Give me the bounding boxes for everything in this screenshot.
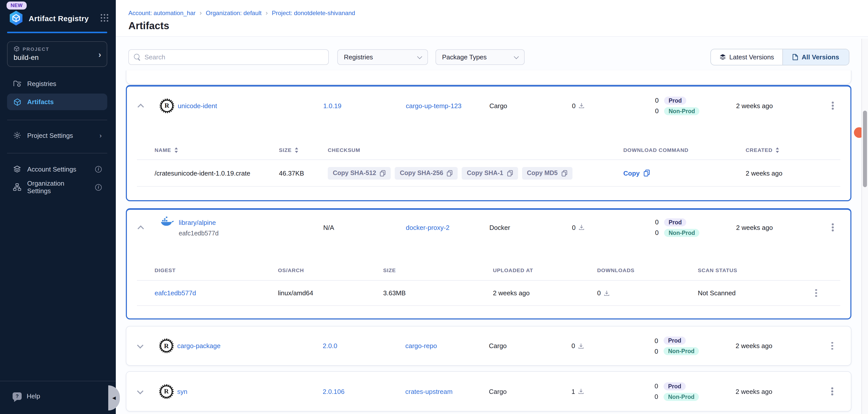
sidebar-item-label: Account Settings	[27, 165, 76, 173]
artifact-name-link[interactable]: syn	[177, 388, 187, 395]
artifact-version-link[interactable]: 2.0.106	[323, 388, 405, 395]
copy-sha1-button[interactable]: Copy SHA-1	[462, 167, 518, 179]
package-type: Cargo	[489, 342, 571, 350]
sidebar-item-artifacts[interactable]: Artifacts	[7, 94, 107, 110]
help-button[interactable]: ? Help	[12, 392, 40, 400]
registries-folder-icon	[12, 80, 22, 87]
download-icon	[578, 388, 584, 394]
non-prod-count: 0	[654, 347, 663, 355]
sidebar-item-account-settings[interactable]: Account Settings i	[7, 161, 107, 177]
table-divider	[137, 305, 840, 306]
artifact-version-link[interactable]: 1.0.19	[323, 102, 406, 109]
copy-icon	[643, 170, 650, 177]
sidebar: NEW Artifact Registry PROJECT build-en ›	[0, 0, 116, 414]
copy-sha512-button[interactable]: Copy SHA-512	[328, 167, 391, 179]
help-label: Help	[27, 392, 40, 400]
uploaded-at: 2 weeks ago	[493, 289, 597, 297]
project-selector[interactable]: PROJECT build-en ›	[7, 41, 107, 67]
non-prod-count: 0	[654, 393, 663, 401]
chip-label: Copy MD5	[527, 170, 558, 177]
column-header: DOWNLOAD COMMAND	[623, 147, 688, 153]
chevron-right-icon: ›	[98, 50, 101, 60]
sort-icon[interactable]	[776, 147, 780, 153]
non-prod-badge: Non-Prod	[663, 392, 699, 401]
org-chart-gear-icon	[12, 183, 22, 191]
info-icon[interactable]: i	[95, 166, 102, 172]
chip-label: Copy SHA-1	[467, 170, 503, 177]
expand-row-chevron-down-icon[interactable]	[137, 388, 143, 394]
artifact-name-link[interactable]: unicode-ident	[178, 102, 217, 109]
artifact-row: R cargo-package 2.0.0 cargo-repo Cargo 0…	[126, 326, 851, 365]
artifact-repository-link[interactable]: docker-proxy-2	[406, 223, 489, 231]
docker-whale-icon	[161, 216, 174, 227]
app-title: Artifact Registry	[29, 14, 89, 23]
sidebar-item-organization-settings[interactable]: Organization Settings i	[7, 179, 107, 195]
digest-link[interactable]: eafc1edb577d	[155, 289, 278, 297]
column-header[interactable]: NAME	[155, 147, 171, 153]
collapse-row-chevron-up-icon[interactable]	[137, 104, 144, 110]
artifact-row: R unicode-ident 1.0.19 cargo-up-temp-123…	[127, 87, 850, 125]
artifact-repository-link[interactable]: cargo-repo	[405, 342, 489, 350]
artifact-card-unicode-ident: R unicode-ident 1.0.19 cargo-up-temp-123…	[126, 85, 851, 201]
downloads-count: 1	[571, 388, 575, 395]
artifact-card-partial	[126, 70, 851, 84]
prod-badge: Prod	[663, 382, 686, 390]
row-menu-kebab-icon[interactable]	[811, 287, 822, 299]
artifact-repository-link[interactable]: crates-upstream	[405, 388, 489, 395]
sidebar-item-label: Artifacts	[27, 98, 54, 106]
non-prod-badge: Non-Prod	[664, 229, 700, 237]
collapse-row-chevron-up-icon[interactable]	[137, 226, 144, 232]
copy-sha256-button[interactable]: Copy SHA-256	[395, 167, 458, 179]
sidebar-item-registries[interactable]: Registries	[7, 75, 107, 92]
expand-row-chevron-down-icon[interactable]	[137, 342, 143, 348]
column-header: UPLOADED AT	[493, 267, 533, 273]
layers-gear-icon	[12, 165, 22, 173]
scrollbar-thumb[interactable]	[863, 111, 867, 187]
cargo-rust-logo-icon: R	[161, 99, 173, 112]
non-prod-badge: Non-Prod	[663, 347, 699, 355]
gear-icon	[12, 131, 22, 139]
brand: Artifact Registry	[8, 10, 109, 26]
artifact-repository-link[interactable]: cargo-up-temp-123	[406, 102, 489, 109]
copy-md5-button[interactable]: Copy MD5	[522, 167, 572, 179]
sidebar-divider	[0, 381, 116, 381]
row-menu-kebab-icon[interactable]	[827, 340, 838, 351]
downloads-count: 0	[572, 223, 576, 231]
digest-row: eafc1edb577d linux/amd64 3.63MB 2 weeks …	[127, 281, 850, 305]
created-ago: 2 weeks ago	[736, 342, 826, 350]
prod-count: 0	[654, 382, 663, 390]
info-icon[interactable]: i	[95, 184, 102, 191]
os-arch: linux/amd64	[278, 289, 383, 297]
file-name: /cratesunicode-ident-1.0.19.crate	[155, 169, 279, 177]
downloads-count: 0	[572, 102, 576, 109]
sidebar-item-project-settings[interactable]: Project Settings ›	[7, 127, 107, 143]
artifact-registry-logo-icon	[8, 10, 24, 26]
row-menu-kebab-icon[interactable]	[827, 100, 838, 111]
downloads-count: 0	[597, 289, 601, 297]
copy-download-command-button[interactable]: Copy	[623, 169, 746, 177]
column-header[interactable]: SIZE	[279, 147, 291, 153]
brand-underline	[7, 32, 107, 33]
chevron-right-icon: ›	[99, 132, 102, 139]
main-content: Account: automation_har › Organization: …	[116, 0, 868, 414]
download-icon	[579, 103, 585, 109]
copy-icon	[561, 170, 567, 176]
artifact-version: N/A	[323, 223, 406, 231]
row-menu-kebab-icon[interactable]	[827, 222, 838, 233]
artifact-version-link[interactable]: 2.0.0	[323, 342, 405, 350]
copy-icon	[380, 170, 386, 176]
row-menu-kebab-icon[interactable]	[827, 386, 838, 397]
sort-icon[interactable]	[174, 147, 178, 153]
table-divider	[137, 186, 840, 186]
column-header[interactable]: CREATED	[746, 147, 773, 153]
sort-icon[interactable]	[294, 147, 299, 153]
created-ago: 2 weeks ago	[736, 388, 826, 395]
download-icon	[604, 290, 610, 296]
app-switcher-grid-icon[interactable]	[101, 14, 109, 22]
non-prod-count: 0	[655, 107, 664, 115]
artifact-name-link[interactable]: cargo-package	[177, 342, 220, 350]
artifact-name-link[interactable]: library/alpine	[179, 219, 216, 227]
downloads-count: 0	[571, 342, 575, 350]
prod-count: 0	[654, 337, 663, 344]
scrollbar-track[interactable]	[862, 39, 868, 414]
